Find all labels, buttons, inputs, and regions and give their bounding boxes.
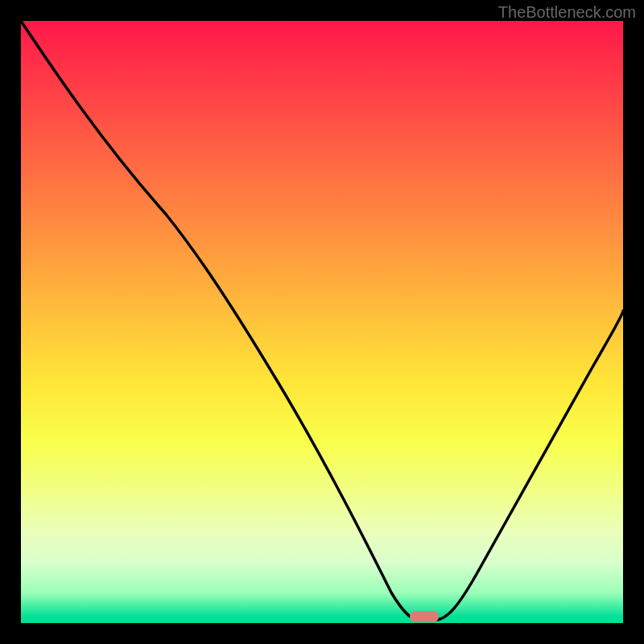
plot-area — [21, 21, 623, 623]
optimal-marker — [410, 611, 439, 622]
chart-container: TheBottleneck.com — [0, 0, 644, 644]
curve-path — [21, 21, 623, 620]
watermark-text: TheBottleneck.com — [498, 3, 636, 22]
bottleneck-curve — [21, 21, 623, 623]
